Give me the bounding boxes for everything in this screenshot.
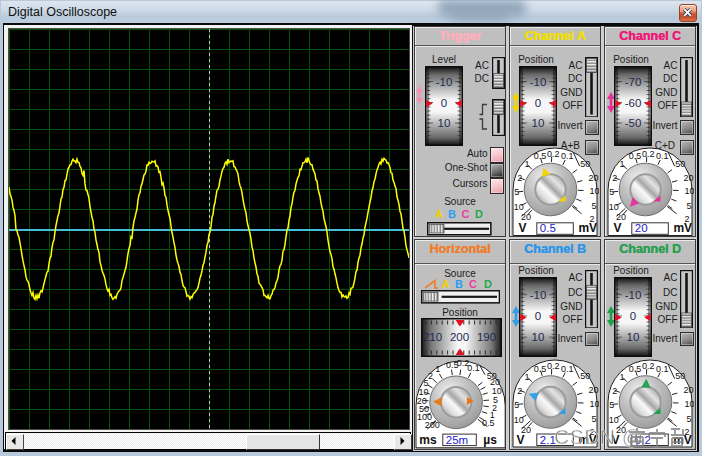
svg-text:0.1: 0.1 [656, 364, 669, 374]
svg-text:1: 1 [524, 159, 529, 169]
svg-text:20: 20 [588, 385, 598, 395]
svg-text:0.5: 0.5 [482, 418, 495, 428]
svg-text:0.5: 0.5 [629, 151, 642, 161]
svg-text:10: 10 [609, 415, 619, 425]
svg-text:10: 10 [514, 415, 524, 425]
svg-text:20: 20 [683, 172, 693, 182]
svg-text:5: 5 [591, 414, 596, 424]
svg-text:20: 20 [588, 172, 598, 182]
svg-text:20: 20 [683, 385, 693, 395]
svg-text:V: V [613, 220, 621, 234]
svg-text:V: V [518, 220, 526, 234]
svg-text:0.1: 0.1 [467, 363, 480, 373]
svg-text:0: 0 [441, 97, 447, 109]
svg-text:0.1: 0.1 [561, 151, 574, 161]
svg-text:20: 20 [417, 396, 427, 406]
svg-text:10: 10 [438, 117, 451, 129]
svg-text:0.5: 0.5 [534, 151, 547, 161]
svg-text:5: 5 [514, 187, 519, 197]
svg-text:2: 2 [517, 173, 522, 183]
svg-text:5: 5 [609, 187, 614, 197]
svg-text:0.2: 0.2 [547, 361, 560, 371]
svg-text:5: 5 [609, 400, 614, 410]
svg-text:200: 200 [450, 331, 469, 343]
svg-text:0.1: 0.1 [561, 364, 574, 374]
svg-text:0.2: 0.2 [642, 361, 655, 371]
svg-text:0.2: 0.2 [547, 148, 560, 158]
svg-text:2: 2 [517, 386, 522, 396]
svg-text:1: 1 [619, 372, 624, 382]
svg-text:50: 50 [580, 371, 590, 381]
svg-text:0.1: 0.1 [656, 151, 669, 161]
svg-text:5: 5 [686, 201, 691, 211]
svg-text:0.5: 0.5 [534, 364, 547, 374]
svg-text:10: 10 [589, 399, 599, 409]
svg-text:µs: µs [483, 433, 497, 447]
svg-text:-10: -10 [436, 76, 453, 88]
svg-text:20: 20 [635, 222, 648, 234]
svg-text:10: 10 [514, 202, 524, 212]
svg-text:50: 50 [675, 158, 685, 168]
svg-text:1: 1 [524, 372, 529, 382]
svg-text:2: 2 [612, 386, 617, 396]
svg-text:1: 1 [435, 364, 440, 374]
svg-text:10: 10 [589, 186, 599, 196]
svg-text:210: 210 [423, 331, 442, 343]
svg-text:5: 5 [514, 400, 519, 410]
svg-text:0.2: 0.2 [642, 148, 655, 158]
svg-text:190: 190 [477, 331, 496, 343]
svg-text:V: V [516, 433, 524, 447]
svg-text:50: 50 [580, 158, 590, 168]
svg-text:5: 5 [591, 201, 596, 211]
svg-text:50: 50 [675, 371, 685, 381]
svg-text:0.5: 0.5 [629, 364, 642, 374]
svg-text:10: 10 [684, 399, 694, 409]
svg-text:0.5: 0.5 [540, 222, 556, 234]
svg-text:25m: 25m [446, 434, 468, 446]
svg-text:ms: ms [419, 433, 437, 447]
svg-text:2: 2 [612, 173, 617, 183]
svg-text:mV: mV [578, 220, 597, 234]
svg-text:10: 10 [609, 202, 619, 212]
svg-text:1: 1 [619, 159, 624, 169]
svg-text:5: 5 [686, 414, 691, 424]
svg-text:2: 2 [428, 371, 433, 381]
svg-text:mV: mV [673, 220, 692, 234]
svg-text:10: 10 [684, 186, 694, 196]
